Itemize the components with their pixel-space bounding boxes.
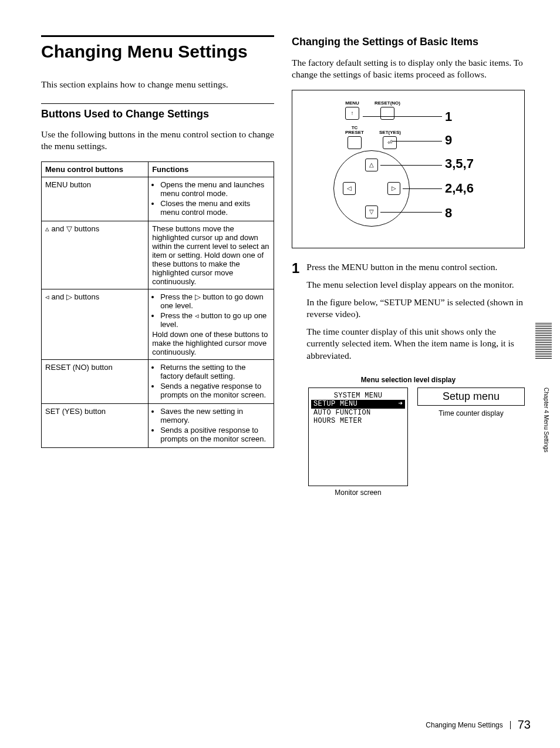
btn-name: RESET (NO) button bbox=[42, 360, 149, 404]
section-intro: Use the following buttons in the menu co… bbox=[41, 129, 274, 152]
dpad-left-icon: ◁ bbox=[343, 182, 356, 195]
label-reset: RESET(NO) bbox=[375, 101, 400, 106]
side-chapter-label: Chapter 4 Menu Settings bbox=[543, 388, 549, 453]
callout-1: 1 bbox=[445, 109, 452, 124]
intro-text: This section explains how to change menu… bbox=[41, 79, 274, 90]
step-detail: The time counter display of this unit sh… bbox=[306, 326, 525, 361]
step-number: 1 bbox=[292, 261, 299, 368]
tc-preset-button-icon bbox=[348, 136, 362, 149]
footer-title: Changing Menu Settings bbox=[426, 721, 510, 729]
btn-func: Opens the menu and launches menu control… bbox=[149, 177, 274, 221]
callout-357: 3,5,7 bbox=[445, 156, 474, 171]
basic-items-intro: The factory default setting is to displa… bbox=[292, 57, 525, 80]
control-panel-diagram: MENU ↑ RESET(NO) TC PRESET bbox=[292, 90, 525, 248]
page-footer: Changing Menu Settings 73 bbox=[426, 718, 531, 732]
set-button-icon: ⏎ bbox=[383, 136, 397, 149]
section-heading-basic-items: Changing the Settings of Basic Items bbox=[292, 35, 525, 49]
step-detail: The menu selection level display appears… bbox=[306, 279, 525, 291]
section-heading-buttons: Buttons Used to Change Settings bbox=[41, 107, 274, 121]
callout-8: 8 bbox=[445, 205, 452, 221]
side-tab-decoration-icon bbox=[535, 323, 552, 376]
menu-line: AUTO FUNCTION bbox=[311, 409, 405, 417]
table-row: MENU button Opens the menu and launches … bbox=[42, 177, 274, 221]
btn-func: Returns the setting to the factory defau… bbox=[149, 360, 274, 404]
time-counter-box: Setup menu bbox=[417, 388, 525, 406]
step-lead: Press the MENU button in the menu contro… bbox=[306, 261, 525, 273]
monitor-caption: Monitor screen bbox=[308, 488, 408, 497]
menu-line-selected: SETUP MENU ➜ bbox=[311, 400, 405, 408]
table-row: ▵ and ▽ buttons These buttons move the h… bbox=[42, 221, 274, 289]
th-functions: Functions bbox=[149, 162, 274, 177]
menu-line: HOURS METER bbox=[311, 417, 405, 425]
btn-name: SET (YES) button bbox=[42, 404, 149, 448]
th-buttons: Menu control buttons bbox=[42, 162, 149, 177]
arrow-right-icon: ➜ bbox=[398, 400, 403, 408]
btn-name: ▵ and ▽ buttons bbox=[42, 221, 149, 289]
dpad-down-icon: ▽ bbox=[365, 205, 378, 218]
callout-246: 2,4,6 bbox=[445, 181, 474, 196]
table-row: RESET (NO) button Returns the setting to… bbox=[42, 360, 274, 404]
footer-page-number: 73 bbox=[518, 718, 531, 732]
dpad-right-icon: ▷ bbox=[387, 182, 400, 195]
btn-name: MENU button bbox=[42, 177, 149, 221]
callout-9: 9 bbox=[445, 133, 452, 148]
menu-line: SYSTEM MENU bbox=[311, 392, 405, 400]
menu-button-icon: ↑ bbox=[345, 107, 359, 120]
page-title: Changing Menu Settings bbox=[41, 42, 274, 62]
time-counter-label: Time counter display bbox=[438, 409, 503, 417]
label-tc-preset: TC PRESET bbox=[345, 126, 364, 135]
step-detail: In the figure below, “SETUP MENU” is sel… bbox=[306, 296, 525, 320]
label-menu: MENU bbox=[345, 101, 359, 106]
btn-name: ◃ and ▷ buttons bbox=[42, 289, 149, 360]
figure-caption-top: Menu selection level display bbox=[292, 376, 525, 384]
reset-button-icon bbox=[380, 107, 394, 120]
table-row: SET (YES) button Saves the new setting i… bbox=[42, 404, 274, 448]
menu-control-table: Menu control buttons Functions MENU butt… bbox=[41, 161, 274, 448]
label-set: SET(YES) bbox=[379, 130, 401, 135]
btn-func: Saves the new setting in memory. Sends a… bbox=[149, 404, 274, 448]
step-1: 1 Press the MENU button in the menu cont… bbox=[292, 261, 525, 368]
monitor-screen-box: SYSTEM MENU SETUP MENU ➜ AUTO FUNCTION H… bbox=[308, 388, 408, 486]
table-row: ◃ and ▷ buttons Press the ▷ button to go… bbox=[42, 289, 274, 360]
btn-func: These buttons move the highlighted curso… bbox=[149, 221, 274, 289]
dpad-up-icon: △ bbox=[365, 159, 378, 171]
btn-func: Press the ▷ button to go down one level.… bbox=[149, 289, 274, 360]
